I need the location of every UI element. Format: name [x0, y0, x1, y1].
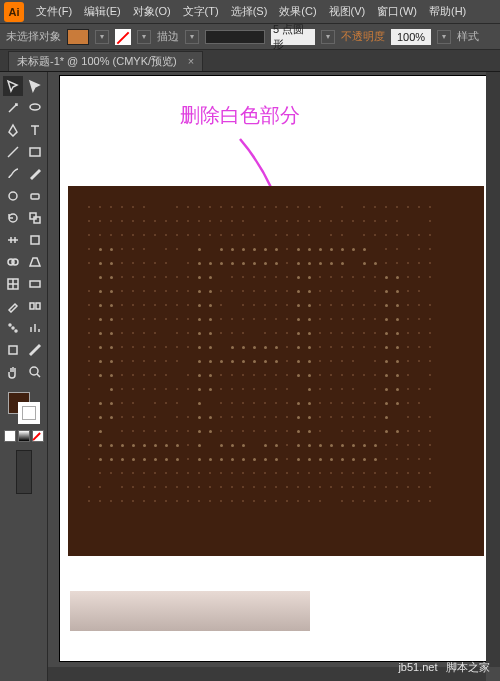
- stroke-swatch[interactable]: [115, 29, 131, 45]
- app-logo: Ai: [4, 2, 24, 22]
- blob-tool[interactable]: [3, 186, 23, 206]
- brush-preview[interactable]: [205, 30, 265, 44]
- shape-builder-tool[interactable]: [3, 252, 23, 272]
- artboard: 删除白色部分: [60, 76, 492, 661]
- svg-rect-4: [30, 213, 36, 219]
- artboard-tool[interactable]: [3, 340, 23, 360]
- opacity-field[interactable]: 100%: [391, 29, 431, 45]
- svg-rect-1: [30, 148, 40, 156]
- collapsed-panel[interactable]: [16, 450, 32, 494]
- fill-stroke-indicator[interactable]: [6, 390, 42, 426]
- selection-tool[interactable]: [3, 76, 23, 96]
- menu-window[interactable]: 窗口(W): [371, 4, 423, 19]
- opacity-dropdown[interactable]: ▾: [437, 30, 451, 44]
- svg-rect-12: [36, 303, 40, 309]
- watermark-logo: jb51.net: [398, 661, 437, 673]
- document-tab[interactable]: 未标题-1* @ 100% (CMYK/预览) ×: [8, 51, 203, 71]
- menu-type[interactable]: 文字(T): [177, 4, 225, 19]
- svg-point-0: [30, 104, 40, 110]
- symbol-tool[interactable]: [3, 318, 23, 338]
- control-bar: 未选择对象 ▾ ▾ 描边 ▾ 5 点圆形 ▾ 不透明度 100% ▾ 样式: [0, 24, 500, 50]
- artwork-brown-rect: [68, 186, 484, 556]
- blend-tool[interactable]: [25, 296, 45, 316]
- pen-tool[interactable]: [3, 120, 23, 140]
- scale-tool[interactable]: [25, 208, 45, 228]
- rotate-tool[interactable]: [3, 208, 23, 228]
- svg-point-13: [12, 327, 14, 329]
- menu-bar: Ai 文件(F) 编辑(E) 对象(O) 文字(T) 选择(S) 效果(C) 视…: [0, 0, 500, 24]
- fill-dropdown[interactable]: ▾: [95, 30, 109, 44]
- color-mode-none[interactable]: [32, 430, 44, 442]
- svg-rect-16: [9, 346, 17, 354]
- artwork-gradient-rect: [70, 591, 310, 631]
- tab-title: 未标题-1* @ 100% (CMYK/预览): [17, 55, 177, 67]
- color-mode-gradient[interactable]: [18, 430, 30, 442]
- close-icon[interactable]: ×: [188, 55, 194, 67]
- svg-rect-10: [30, 281, 40, 287]
- brush-tool[interactable]: [3, 164, 23, 184]
- svg-point-15: [15, 330, 17, 332]
- direct-select-tool[interactable]: [25, 76, 45, 96]
- menu-view[interactable]: 视图(V): [323, 4, 372, 19]
- magic-wand-tool[interactable]: [3, 98, 23, 118]
- svg-rect-3: [31, 194, 39, 199]
- no-selection-label: 未选择对象: [6, 29, 61, 44]
- rectangle-tool[interactable]: [25, 142, 45, 162]
- menu-edit[interactable]: 编辑(E): [78, 4, 127, 19]
- svg-rect-5: [34, 217, 40, 223]
- eyedropper-tool[interactable]: [3, 296, 23, 316]
- fill-swatch[interactable]: [67, 29, 89, 45]
- opacity-label: 不透明度: [341, 29, 385, 44]
- slice-tool[interactable]: [25, 340, 45, 360]
- type-tool[interactable]: [25, 120, 45, 140]
- color-mode-solid[interactable]: [4, 430, 16, 442]
- menu-object[interactable]: 对象(O): [127, 4, 177, 19]
- gradient-tool[interactable]: [25, 274, 45, 294]
- svg-point-8: [12, 259, 18, 265]
- menu-help[interactable]: 帮助(H): [423, 4, 472, 19]
- brush-dropdown[interactable]: ▾: [321, 30, 335, 44]
- svg-point-2: [9, 192, 17, 200]
- canvas-area[interactable]: 删除白色部分 jb51.net 脚本之家: [48, 72, 500, 681]
- menu-select[interactable]: 选择(S): [225, 4, 274, 19]
- free-transform-tool[interactable]: [25, 230, 45, 250]
- watermark-text: 脚本之家: [446, 661, 490, 673]
- width-tool[interactable]: [3, 230, 23, 250]
- hand-tool[interactable]: [3, 362, 23, 382]
- brush-field[interactable]: 5 点圆形: [271, 29, 315, 45]
- pencil-tool[interactable]: [25, 164, 45, 184]
- perspective-tool[interactable]: [25, 252, 45, 272]
- zoom-tool[interactable]: [25, 362, 45, 382]
- color-mode-buttons: [4, 430, 44, 442]
- menu-file[interactable]: 文件(F): [30, 4, 78, 19]
- watermark: jb51.net 脚本之家: [398, 657, 490, 675]
- svg-rect-6: [31, 236, 39, 244]
- mesh-tool[interactable]: [3, 274, 23, 294]
- line-tool[interactable]: [3, 142, 23, 162]
- menu-effect[interactable]: 效果(C): [273, 4, 322, 19]
- graph-tool[interactable]: [25, 318, 45, 338]
- toolbox: [0, 72, 48, 681]
- style-label: 样式: [457, 29, 479, 44]
- stroke-weight[interactable]: ▾: [185, 30, 199, 44]
- scrollbar-vertical[interactable]: [486, 72, 500, 667]
- svg-point-17: [30, 367, 38, 375]
- lasso-tool[interactable]: [25, 98, 45, 118]
- svg-point-14: [9, 324, 11, 326]
- svg-rect-11: [30, 303, 34, 309]
- stroke-label: 描边: [157, 29, 179, 44]
- eraser-tool[interactable]: [25, 186, 45, 206]
- stroke-dropdown[interactable]: ▾: [137, 30, 151, 44]
- annotation-text: 删除白色部分: [180, 102, 300, 129]
- document-tabs: 未标题-1* @ 100% (CMYK/预览) ×: [0, 50, 500, 72]
